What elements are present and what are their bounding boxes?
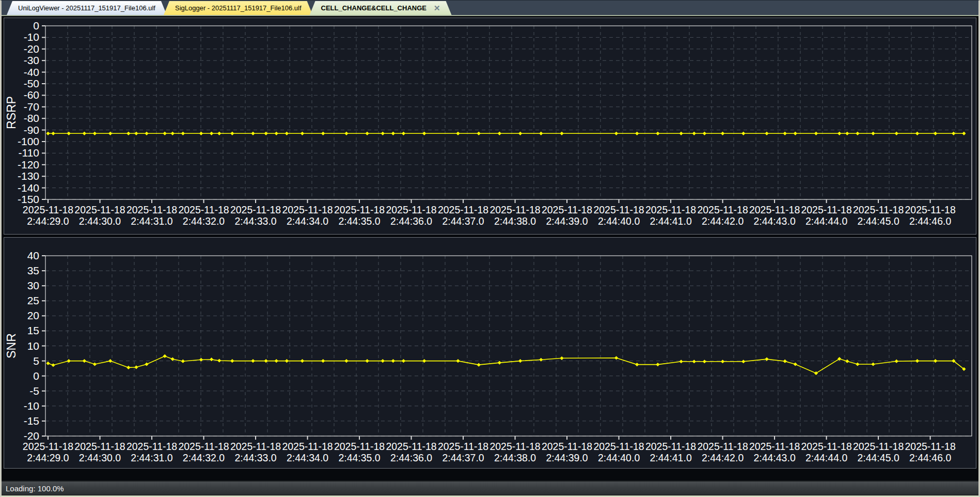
svg-text:2:44:36.0: 2:44:36.0 bbox=[390, 215, 432, 227]
svg-text:2025-11-18: 2025-11-18 bbox=[334, 204, 385, 215]
svg-text:2025-11-18: 2025-11-18 bbox=[489, 204, 540, 215]
svg-text:2:44:42.0: 2:44:42.0 bbox=[702, 452, 744, 463]
svg-text:2025-11-18: 2025-11-18 bbox=[697, 204, 748, 215]
svg-text:2:44:30.0: 2:44:30.0 bbox=[79, 452, 121, 463]
svg-text:2025-11-18: 2025-11-18 bbox=[127, 204, 177, 215]
svg-text:2:44:43.0: 2:44:43.0 bbox=[753, 452, 795, 463]
svg-text:2025-11-18: 2025-11-18 bbox=[905, 204, 955, 215]
svg-text:2:44:40.0: 2:44:40.0 bbox=[598, 215, 640, 227]
svg-text:2:44:37.0: 2:44:37.0 bbox=[442, 215, 484, 227]
svg-text:2025-11-18: 2025-11-18 bbox=[489, 441, 540, 452]
svg-text:2:44:43.0: 2:44:43.0 bbox=[753, 215, 795, 227]
close-icon[interactable]: ✕ bbox=[434, 4, 440, 12]
svg-text:2:44:44.0: 2:44:44.0 bbox=[805, 452, 847, 463]
svg-text:2025-11-18: 2025-11-18 bbox=[74, 204, 125, 215]
svg-text:2:44:35.0: 2:44:35.0 bbox=[338, 215, 380, 227]
svg-text:2:44:41.0: 2:44:41.0 bbox=[650, 215, 691, 227]
svg-text:2:44:46.0: 2:44:46.0 bbox=[909, 215, 951, 227]
svg-text:2:44:34.0: 2:44:34.0 bbox=[287, 452, 328, 463]
svg-text:2025-11-18: 2025-11-18 bbox=[853, 204, 904, 215]
svg-text:-15: -15 bbox=[24, 415, 39, 427]
svg-text:2025-11-18: 2025-11-18 bbox=[749, 441, 800, 452]
svg-text:-70: -70 bbox=[24, 101, 39, 113]
svg-text:2025-11-18: 2025-11-18 bbox=[905, 441, 955, 452]
svg-text:2025-11-18: 2025-11-18 bbox=[438, 441, 488, 452]
svg-text:2025-11-18: 2025-11-18 bbox=[23, 204, 73, 215]
svg-text:2025-11-18: 2025-11-18 bbox=[801, 204, 851, 215]
svg-text:10: 10 bbox=[27, 340, 39, 352]
tab-unilogviewer[interactable]: UniLogViewer - 20251117_151917_File106.u… bbox=[7, 1, 167, 15]
loading-status: Loading: 100.0% bbox=[6, 484, 64, 493]
svg-text:2:44:41.0: 2:44:41.0 bbox=[650, 452, 691, 463]
svg-text:2025-11-18: 2025-11-18 bbox=[542, 441, 592, 452]
svg-text:2025-11-18: 2025-11-18 bbox=[178, 441, 229, 452]
tab-cell-change-label: CELL_CHANGE&CELL_CHANGE bbox=[321, 4, 426, 12]
svg-text:2:44:36.0: 2:44:36.0 bbox=[390, 452, 432, 463]
svg-text:2025-11-18: 2025-11-18 bbox=[230, 204, 281, 215]
svg-text:-40: -40 bbox=[24, 66, 39, 78]
svg-text:2:44:31.0: 2:44:31.0 bbox=[131, 452, 172, 463]
svg-text:2:44:45.0: 2:44:45.0 bbox=[857, 452, 899, 463]
tab-unilogviewer-label: UniLogViewer - 20251117_151917_File106.u… bbox=[18, 4, 155, 12]
svg-text:-10: -10 bbox=[24, 31, 39, 43]
svg-text:0: 0 bbox=[33, 370, 39, 382]
snr-chart[interactable]: 4035302520151050-5-10-15-202025-11-182:4… bbox=[4, 237, 976, 469]
svg-text:40: 40 bbox=[27, 250, 39, 261]
svg-text:2:44:39.0: 2:44:39.0 bbox=[546, 215, 588, 227]
svg-text:2025-11-18: 2025-11-18 bbox=[438, 204, 488, 215]
rsrp-chart[interactable]: 0-10-20-30-40-50-60-70-80-90-100-110-120… bbox=[4, 18, 976, 235]
svg-text:2:44:42.0: 2:44:42.0 bbox=[702, 215, 744, 227]
svg-text:2:44:32.0: 2:44:32.0 bbox=[183, 452, 225, 463]
svg-text:30: 30 bbox=[27, 279, 39, 291]
svg-text:2025-11-18: 2025-11-18 bbox=[334, 441, 385, 452]
svg-text:2025-11-18: 2025-11-18 bbox=[386, 204, 436, 215]
svg-text:-20: -20 bbox=[24, 43, 39, 55]
svg-text:2:44:30.0: 2:44:30.0 bbox=[79, 215, 121, 227]
tab-siglogger-label: SigLogger - 20251117_151917_File106.ulf bbox=[175, 4, 302, 12]
svg-text:-150: -150 bbox=[18, 193, 39, 205]
svg-text:5: 5 bbox=[33, 355, 39, 367]
svg-text:-110: -110 bbox=[19, 147, 39, 159]
svg-text:-60: -60 bbox=[24, 89, 39, 101]
svg-text:-80: -80 bbox=[24, 112, 39, 124]
svg-text:-100: -100 bbox=[18, 135, 39, 147]
svg-text:2025-11-18: 2025-11-18 bbox=[542, 204, 592, 215]
svg-text:2:44:29.0: 2:44:29.0 bbox=[27, 215, 69, 227]
svg-text:2:44:45.0: 2:44:45.0 bbox=[857, 215, 899, 227]
svg-text:25: 25 bbox=[27, 294, 39, 306]
svg-text:-20: -20 bbox=[24, 430, 39, 442]
svg-text:2:44:35.0: 2:44:35.0 bbox=[338, 452, 380, 463]
svg-text:2:44:38.0: 2:44:38.0 bbox=[494, 215, 536, 227]
svg-text:2025-11-18: 2025-11-18 bbox=[853, 441, 904, 452]
svg-text:2:44:44.0: 2:44:44.0 bbox=[805, 215, 847, 227]
svg-text:2:44:33.0: 2:44:33.0 bbox=[234, 452, 276, 463]
svg-text:2025-11-18: 2025-11-18 bbox=[127, 441, 177, 452]
tab-cell-change[interactable]: CELL_CHANGE&CELL_CHANGE ✕ bbox=[310, 1, 452, 15]
svg-text:2025-11-18: 2025-11-18 bbox=[282, 441, 333, 452]
svg-text:2025-11-18: 2025-11-18 bbox=[645, 441, 696, 452]
app-window: UniLogViewer - 20251117_151917_File106.u… bbox=[0, 0, 980, 497]
svg-text:2:44:37.0: 2:44:37.0 bbox=[442, 452, 484, 463]
tab-siglogger[interactable]: SigLogger - 20251117_151917_File106.ulf bbox=[164, 1, 313, 15]
svg-text:2:44:34.0: 2:44:34.0 bbox=[287, 215, 328, 227]
svg-text:-5: -5 bbox=[29, 385, 39, 397]
svg-text:2025-11-18: 2025-11-18 bbox=[801, 441, 851, 452]
svg-text:2:44:38.0: 2:44:38.0 bbox=[494, 452, 536, 463]
svg-text:2025-11-18: 2025-11-18 bbox=[178, 204, 229, 215]
svg-text:SNR: SNR bbox=[5, 333, 18, 359]
svg-text:2025-11-18: 2025-11-18 bbox=[282, 204, 333, 215]
svg-text:2025-11-18: 2025-11-18 bbox=[74, 441, 125, 452]
svg-text:2:44:39.0: 2:44:39.0 bbox=[546, 452, 588, 463]
svg-text:2:44:29.0: 2:44:29.0 bbox=[27, 452, 69, 463]
svg-text:0: 0 bbox=[33, 20, 39, 32]
status-bar: Loading: 100.0% bbox=[2, 480, 978, 495]
svg-text:2025-11-18: 2025-11-18 bbox=[749, 204, 800, 215]
svg-text:2:44:33.0: 2:44:33.0 bbox=[234, 215, 276, 227]
svg-text:-50: -50 bbox=[24, 77, 39, 89]
svg-text:-140: -140 bbox=[18, 182, 39, 194]
svg-text:2:44:31.0: 2:44:31.0 bbox=[131, 215, 172, 227]
svg-text:2025-11-18: 2025-11-18 bbox=[697, 441, 748, 452]
svg-text:RSRP: RSRP bbox=[5, 96, 18, 129]
svg-text:2:44:40.0: 2:44:40.0 bbox=[598, 452, 640, 463]
tab-bar: UniLogViewer - 20251117_151917_File106.u… bbox=[2, 1, 978, 16]
